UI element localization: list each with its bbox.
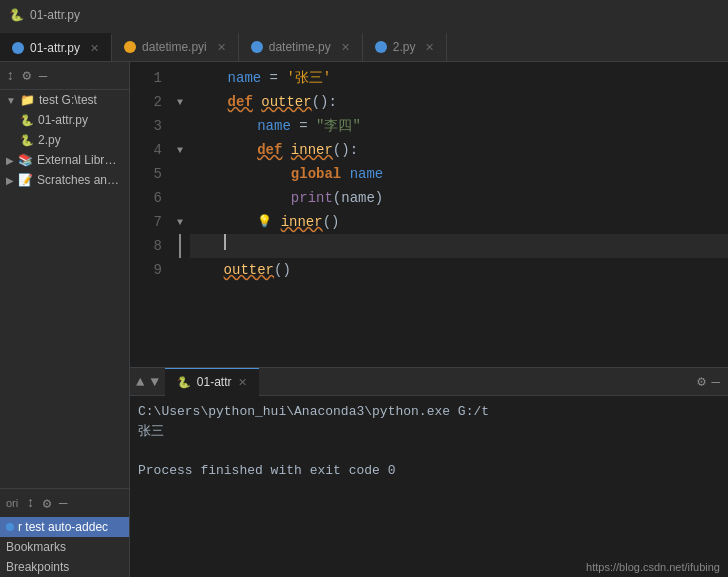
fn-inner-call: inner xyxy=(281,210,323,234)
tab-2py[interactable]: 2.py ✕ xyxy=(363,33,448,61)
gutter-row-7[interactable]: ▼ xyxy=(170,210,190,234)
scratch-expand-icon: ▶ xyxy=(6,175,14,186)
editor-area[interactable]: 1 2 3 4 5 6 7 8 9 ▼ xyxy=(130,62,728,367)
terminal-tab-01attr[interactable]: 🐍 01-attr ✕ xyxy=(165,368,259,396)
terminal-cmd-text: C:\Users\python_hui\Anaconda3\python.exe… xyxy=(138,404,489,419)
tab-close-1[interactable]: ✕ xyxy=(90,42,99,55)
code-container: 1 2 3 4 5 6 7 8 9 ▼ xyxy=(130,62,728,367)
str-lisi: "李四" xyxy=(316,114,361,138)
terminal-finished-text: Process finished with exit code 0 xyxy=(138,463,395,478)
tab-icon-python xyxy=(12,42,24,54)
code-line-3: name = "李四" xyxy=(190,114,728,138)
bottom-item-label-1: r test auto-addec xyxy=(18,520,108,534)
terminal-gear-icon[interactable]: ⚙ xyxy=(697,373,705,390)
terminal-controls: ⚙ — xyxy=(697,373,728,390)
bulb-icon[interactable]: 💡 xyxy=(257,210,272,234)
line-num-1: 1 xyxy=(138,66,162,90)
tab-datetime-pyi[interactable]: datetime.pyi ✕ xyxy=(112,33,239,61)
bottom-minus-icon[interactable]: — xyxy=(59,495,67,511)
terminal-left-controls: ▲ ▼ xyxy=(130,374,165,390)
breakpoints[interactable]: Breakpoints xyxy=(0,557,129,577)
line-num-8: 8 xyxy=(138,234,162,258)
watermark-text: https://blog.csdn.net/ifubing xyxy=(586,561,720,573)
fold-arrow-4[interactable]: ▼ xyxy=(177,145,183,156)
title-text: 01-attr.py xyxy=(30,8,80,22)
toolbar-gear-icon[interactable]: ⚙ xyxy=(22,67,30,84)
terminal-tab-icon: 🐍 xyxy=(177,376,191,389)
project-label: test G:\test xyxy=(39,93,97,107)
space-2 xyxy=(253,90,261,114)
tab-icon-python-2 xyxy=(251,41,263,53)
expand-icon: ▼ xyxy=(6,95,16,106)
tab-close-2[interactable]: ✕ xyxy=(217,41,226,54)
terminal-down-icon[interactable]: ▼ xyxy=(150,374,158,390)
terminal-minus-icon[interactable]: — xyxy=(712,374,720,390)
fn-inner: inner xyxy=(291,138,333,162)
paren-9: () xyxy=(274,258,291,282)
scratches[interactable]: ▶ 📝 Scratches and C xyxy=(0,170,129,190)
paren-7: () xyxy=(323,210,340,234)
code-line-2: def outter (): xyxy=(190,90,728,114)
bookmarks[interactable]: Bookmarks xyxy=(0,537,129,557)
external-libraries[interactable]: ▶ 📚 External Libraries xyxy=(0,150,129,170)
code-line-1: name = '张三' xyxy=(190,66,728,90)
gutter-row-4[interactable]: ▼ xyxy=(170,138,190,162)
gutter-row-3 xyxy=(170,114,190,138)
code-line-7: 💡 inner () xyxy=(190,210,728,234)
cursor-8 xyxy=(190,234,234,258)
tab-label-2: datetime.pyi xyxy=(142,40,207,54)
ext-lib-icon: 📚 xyxy=(18,153,33,167)
fn-print: print xyxy=(291,186,333,210)
bottom-toolbar: ori ↕ ⚙ — xyxy=(0,489,129,517)
var-name-6: name xyxy=(341,186,375,210)
title-icon: 🐍 xyxy=(8,7,24,23)
bottom-gear-icon[interactable]: ⚙ xyxy=(43,495,51,512)
toolbar-minus-icon[interactable]: — xyxy=(39,68,47,84)
tab-01-attr[interactable]: 01-attr.py ✕ xyxy=(0,33,112,61)
terminal-tab-label: 01-attr xyxy=(197,375,232,389)
gutter: ▼ ▼ ▼ xyxy=(170,66,190,363)
bottom-label: ori xyxy=(6,497,18,509)
tab-icon-python-3 xyxy=(375,41,387,53)
fold-arrow-7[interactable]: ▼ xyxy=(177,217,183,228)
line-num-5: 5 xyxy=(138,162,162,186)
line-num-7: 7 xyxy=(138,210,162,234)
project-root[interactable]: ▼ 📁 test G:\test xyxy=(0,90,129,110)
terminal-up-icon[interactable]: ▲ xyxy=(136,374,144,390)
gutter-row-2[interactable]: ▼ xyxy=(170,90,190,114)
ext-label: External Libraries xyxy=(37,153,123,167)
watermark: https://blog.csdn.net/ifubing xyxy=(586,561,720,573)
tab-label-4: 2.py xyxy=(393,40,416,54)
code-line-4: def inner (): xyxy=(190,138,728,162)
breakpoints-label: Breakpoints xyxy=(6,560,69,574)
fold-arrow-2[interactable]: ▼ xyxy=(177,97,183,108)
tab-close-3[interactable]: ✕ xyxy=(341,41,350,54)
ext-expand-icon: ▶ xyxy=(6,155,14,166)
terminal-output-finished: Process finished with exit code 0 xyxy=(138,461,720,481)
title-bar: 🐍 01-attr.py xyxy=(0,0,728,30)
bottom-swap-icon[interactable]: ↕ xyxy=(26,495,34,511)
toolbar-swap-icon[interactable]: ↕ xyxy=(6,68,14,84)
file-01-attr[interactable]: 🐍 01-attr.py xyxy=(0,110,129,130)
code-line-9: outter () xyxy=(190,258,728,282)
tab-icon-orange xyxy=(124,41,136,53)
line-numbers: 1 2 3 4 5 6 7 8 9 xyxy=(130,66,170,363)
terminal-content: C:\Users\python_hui\Anaconda3\python.exe… xyxy=(130,396,728,577)
code-lines[interactable]: name = '张三' def outter (): xyxy=(190,66,728,363)
tab-datetime-py[interactable]: datetime.py ✕ xyxy=(239,33,363,61)
kw-name-1: name xyxy=(228,66,262,90)
main-area: ↕ ⚙ — ▼ 📁 test G:\test 🐍 01-attr.py 🐍 2.… xyxy=(0,62,728,577)
sidebar: ↕ ⚙ — ▼ 📁 test G:\test 🐍 01-attr.py 🐍 2.… xyxy=(0,62,130,577)
file-2py[interactable]: 🐍 2.py xyxy=(0,130,129,150)
fn-outter-call: outter xyxy=(224,258,274,282)
fn-outter: outter xyxy=(261,90,311,114)
line-num-6: 6 xyxy=(138,186,162,210)
terminal-tab-close[interactable]: ✕ xyxy=(238,376,247,389)
space-4 xyxy=(282,138,290,162)
bottom-item-test[interactable]: r test auto-addec xyxy=(0,517,129,537)
gutter-row-6 xyxy=(170,186,190,210)
var-name-5: name xyxy=(350,162,384,186)
line-num-2: 2 xyxy=(138,90,162,114)
kw-global: global xyxy=(291,162,341,186)
tab-close-4[interactable]: ✕ xyxy=(425,41,434,54)
